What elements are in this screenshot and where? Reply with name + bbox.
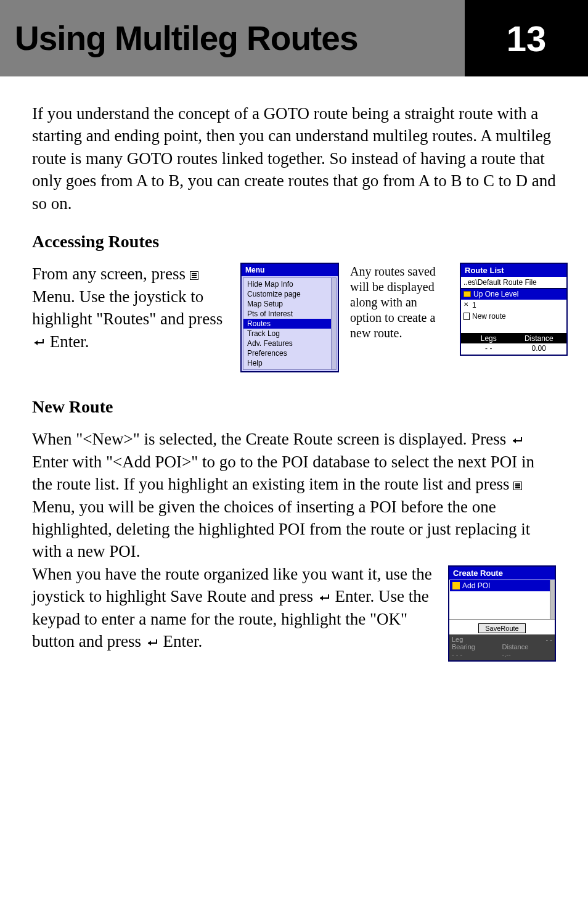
create-route-save-area: SaveRoute [449, 620, 555, 634]
scrollbar [331, 278, 336, 369]
intro-paragraph: If you understand the concept of a GOTO … [32, 102, 556, 215]
add-poi-label: Add POI [462, 581, 490, 590]
menu-item: Map Setup [243, 299, 336, 309]
enter-icon [32, 337, 46, 348]
enter-icon [145, 638, 159, 649]
new-route-p2-c: Enter. [163, 632, 202, 650]
document-icon [463, 313, 470, 320]
accessing-text-prefix: From any screen, press [32, 265, 190, 283]
create-route-body: Add POI [449, 580, 555, 620]
route-list-title: Route List [461, 264, 566, 277]
new-route-paragraph-1: When "<New>" is selected, the Create Rou… [32, 428, 556, 563]
scrollbar [550, 580, 555, 619]
accessing-text: From any screen, press Menu. Use the joy… [32, 263, 229, 353]
accessing-row: From any screen, press Menu. Use the joy… [32, 263, 556, 372]
accessing-text-suffix: Enter. [50, 332, 89, 351]
section-title-accessing: Accessing Routes [32, 232, 556, 252]
legs-value: - - [463, 344, 514, 353]
menu-screenshot: Menu Hide Map Info Customize page Map Se… [240, 263, 339, 372]
menu-screenshot-title: Menu [242, 264, 338, 276]
menu-item: Customize page [243, 289, 336, 299]
leg-label: Leg [452, 636, 546, 643]
create-route-footer: Leg - - Bearing Distance - - - -.-- [449, 634, 555, 660]
accessing-caption: Any routes saved will be displayed along… [350, 263, 449, 341]
add-poi-icon [452, 582, 460, 589]
save-route-button: SaveRoute [478, 623, 525, 633]
chapter-title-area: Using Multileg Routes [0, 0, 465, 76]
menu-item: Adv. Features [243, 339, 336, 348]
accessing-text-mid: Menu. Use the joystick to highlight "Rou… [32, 287, 223, 328]
route-list-item: 1 [461, 300, 566, 311]
menu-item: Preferences [243, 348, 336, 358]
menu-item-selected: Routes [243, 319, 336, 329]
menu-item: Hide Map Info [243, 279, 336, 289]
chapter-title: Using Multileg Routes [15, 18, 358, 58]
chapter-number: 13 [507, 18, 547, 59]
distance-label: Distance [502, 643, 553, 650]
route-list-body: Up One Level 1 New route [461, 289, 566, 333]
route-list-screenshot: Route List ..es\Default Route File Up On… [460, 263, 568, 356]
menu-screenshot-body: Hide Map Info Customize page Map Setup P… [243, 277, 337, 370]
page-content: If you understand the concept of a GOTO … [0, 76, 588, 662]
create-route-title: Create Route [449, 567, 555, 580]
route-list-footer-values: - - 0.00 [461, 343, 566, 355]
distance-value: -.-- [502, 650, 553, 658]
route-list-up: Up One Level [461, 289, 566, 300]
enter-icon [317, 593, 331, 604]
section-title-new-route: New Route [32, 397, 556, 417]
chapter-number-area: 13 [465, 0, 588, 76]
menu-item: Pts of Interest [243, 309, 336, 319]
distance-value: 0.00 [514, 344, 565, 353]
route-list-footer-labels: Legs Distance [461, 333, 566, 343]
route-item-label: New route [472, 312, 506, 321]
leg-value: - - [546, 636, 552, 643]
bearing-value: - - - [452, 650, 502, 658]
menu-icon [513, 482, 525, 490]
route-item-label: 1 [472, 301, 476, 310]
new-route-paragraph-2: When you have the route organized like y… [32, 563, 436, 653]
folder-icon [463, 291, 471, 297]
menu-item: Help [243, 358, 336, 368]
chapter-header: Using Multileg Routes 13 [0, 0, 588, 76]
new-route-p1-b: Enter with "<Add POI>" to go to the POI … [32, 453, 534, 493]
route-list-item: New route [461, 311, 566, 322]
route-list-up-label: Up One Level [473, 290, 518, 298]
distance-label: Distance [514, 334, 565, 343]
new-route-p1-c: Menu, you will be given the choices of i… [32, 498, 530, 561]
menu-icon [190, 271, 201, 280]
create-route-row: When you have the route organized like y… [32, 563, 556, 662]
menu-item: Track Log [243, 329, 336, 339]
route-list-path: ..es\Default Route File [461, 277, 566, 289]
create-route-screenshot: Create Route Add POI SaveRoute Leg - - B… [448, 565, 556, 662]
legs-label: Legs [463, 334, 514, 343]
new-route-p1-a: When "<New>" is selected, the Create Rou… [32, 430, 510, 448]
waypoint-icon [463, 302, 470, 308]
enter-icon [510, 435, 524, 446]
bearing-label: Bearing [452, 643, 502, 650]
create-route-add-poi: Add POI [450, 580, 554, 591]
